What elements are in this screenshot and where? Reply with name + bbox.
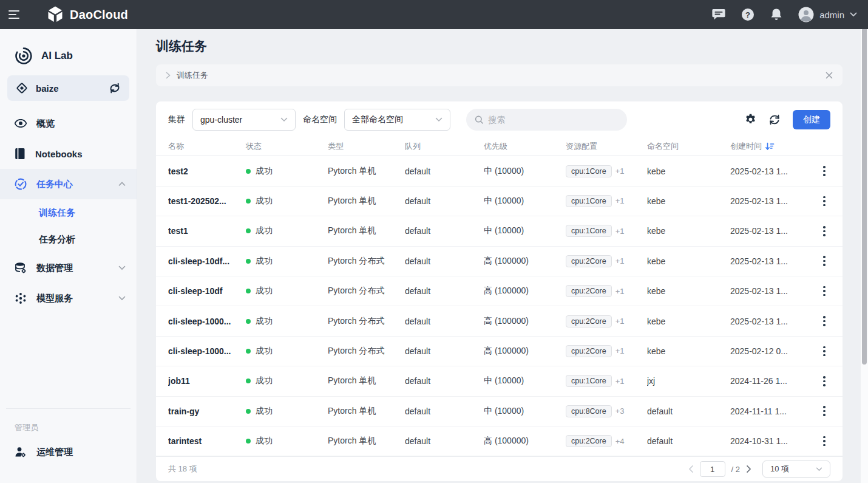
page-size-select[interactable]: 10 项 bbox=[762, 461, 830, 478]
column-header-created[interactable]: 创建时间 bbox=[730, 141, 804, 152]
job-name[interactable]: cli-sleep-1000... bbox=[168, 317, 246, 326]
message-icon[interactable] bbox=[712, 9, 725, 21]
job-name[interactable]: cli-sleep-1000... bbox=[168, 346, 246, 356]
row-actions-kebab-icon[interactable] bbox=[818, 194, 830, 209]
row-actions-kebab-icon[interactable] bbox=[818, 403, 830, 419]
resource-badge: cpu:2Core bbox=[566, 315, 612, 327]
resource-extra-count[interactable]: +4 bbox=[615, 437, 625, 446]
row-actions-kebab-icon[interactable] bbox=[818, 163, 830, 179]
sidebar-item-model-services[interactable]: 模型服务 bbox=[0, 283, 137, 313]
breadcrumb: 训练任务 bbox=[156, 64, 843, 86]
column-header-queue[interactable]: 队列 bbox=[405, 141, 484, 152]
scrollbar-thumb[interactable] bbox=[862, 6, 867, 365]
job-namespace: default bbox=[647, 436, 730, 446]
switch-workspace-icon[interactable] bbox=[109, 83, 121, 94]
job-name[interactable]: tarintest bbox=[168, 436, 246, 446]
resource-extra-count[interactable]: +1 bbox=[615, 317, 625, 326]
job-name[interactable]: test1 bbox=[168, 226, 246, 236]
row-actions-kebab-icon[interactable] bbox=[818, 253, 830, 269]
settings-gear-icon[interactable] bbox=[745, 114, 756, 125]
page-number-input[interactable] bbox=[700, 461, 725, 477]
model-service-icon bbox=[15, 292, 27, 304]
search-input[interactable] bbox=[488, 115, 619, 125]
brand-name: DaoCloud bbox=[70, 8, 128, 22]
resource-extra-count[interactable]: +1 bbox=[615, 227, 625, 236]
job-queue: default bbox=[405, 166, 484, 176]
job-resources: cpu:1Core +1 bbox=[566, 375, 647, 387]
status-dot-icon bbox=[246, 319, 251, 324]
table-row[interactable]: cli-sleep-10df 成功 Pytorch 分布式 default 高 … bbox=[156, 276, 843, 306]
row-actions-kebab-icon[interactable] bbox=[818, 374, 830, 389]
column-header-name[interactable]: 名称 bbox=[168, 141, 246, 152]
hamburger-menu-icon[interactable] bbox=[8, 10, 22, 19]
table-row[interactable]: cli-sleep-1000... 成功 Pytorch 分布式 default… bbox=[156, 306, 843, 336]
table-row[interactable]: cli-sleep-1000... 成功 Pytorch 分布式 default… bbox=[156, 337, 843, 366]
column-header-type[interactable]: 类型 bbox=[328, 141, 405, 152]
column-header-status[interactable]: 状态 bbox=[246, 141, 328, 152]
resource-badge: cpu:2Core bbox=[566, 255, 612, 267]
sidebar-subitem-job-analysis[interactable]: 任务分析 bbox=[0, 226, 137, 253]
table-row[interactable]: train-gy 成功 Pytorch 单机 default 中 (10000)… bbox=[156, 397, 843, 426]
table-body: test2 成功 Pytorch 单机 default 中 (10000) cp… bbox=[156, 156, 843, 456]
job-queue: default bbox=[405, 376, 484, 386]
resource-badge: cpu:1Core bbox=[566, 165, 612, 177]
table-row[interactable]: job11 成功 Pytorch 单机 default 中 (10000) cp… bbox=[156, 366, 843, 396]
job-name[interactable]: test2 bbox=[168, 166, 246, 176]
table-row[interactable]: tarintest 成功 Pytorch 单机 default 高 (10000… bbox=[156, 426, 843, 456]
cluster-select[interactable]: gpu-cluster bbox=[192, 109, 296, 131]
job-name[interactable]: train-gy bbox=[168, 406, 246, 416]
close-icon[interactable] bbox=[826, 72, 833, 79]
resource-extra-count[interactable]: +1 bbox=[615, 256, 625, 265]
sidebar-subitem-training-jobs[interactable]: 训练任务 bbox=[0, 199, 137, 226]
job-name[interactable]: job11 bbox=[168, 376, 246, 386]
row-actions-kebab-icon[interactable] bbox=[818, 284, 830, 299]
job-created-time: 2024-10-31 1... bbox=[730, 436, 804, 446]
sidebar-item-data-management[interactable]: 数据管理 bbox=[0, 253, 137, 283]
resource-extra-count[interactable]: +1 bbox=[615, 287, 625, 296]
resource-extra-count[interactable]: +1 bbox=[615, 196, 625, 205]
notification-bell-icon[interactable] bbox=[770, 8, 782, 21]
resource-extra-count[interactable]: +1 bbox=[615, 346, 625, 355]
chevron-down-icon bbox=[850, 12, 857, 17]
status-dot-icon bbox=[246, 439, 251, 444]
sidebar-item-ops-management[interactable]: 运维管理 bbox=[0, 437, 137, 467]
create-button[interactable]: 创建 bbox=[793, 110, 830, 129]
job-type: Pytorch 分布式 bbox=[328, 286, 405, 296]
resource-extra-count[interactable]: +1 bbox=[615, 166, 625, 176]
workspace-selector[interactable]: baize bbox=[7, 75, 129, 101]
table-row[interactable]: test1-202502... 成功 Pytorch 单机 default 中 … bbox=[156, 187, 843, 216]
column-header-priority[interactable]: 优先级 bbox=[484, 141, 566, 152]
chevron-down-icon bbox=[816, 467, 822, 471]
row-actions-kebab-icon[interactable] bbox=[818, 313, 830, 329]
refresh-icon[interactable] bbox=[768, 114, 781, 126]
resource-extra-count[interactable]: +1 bbox=[615, 377, 625, 386]
next-page-icon[interactable] bbox=[746, 465, 751, 473]
sidebar-item-label: 运维管理 bbox=[36, 447, 126, 458]
table-row[interactable]: test1 成功 Pytorch 单机 default 中 (10000) cp… bbox=[156, 216, 843, 246]
job-name[interactable]: cli-sleep-10df... bbox=[168, 256, 246, 266]
namespace-select[interactable]: 全部命名空间 bbox=[344, 109, 450, 131]
job-name[interactable]: test1-202502... bbox=[168, 196, 246, 206]
sort-descending-icon[interactable] bbox=[765, 142, 775, 151]
product-header: AI Lab bbox=[0, 29, 137, 68]
cluster-value: gpu-cluster bbox=[200, 115, 280, 125]
resource-badge: cpu:1Core bbox=[566, 225, 612, 237]
page-total: / 2 bbox=[731, 465, 740, 474]
column-header-namespace[interactable]: 命名空间 bbox=[647, 141, 730, 152]
table-row[interactable]: test2 成功 Pytorch 单机 default 中 (10000) cp… bbox=[156, 156, 843, 186]
table-row[interactable]: cli-sleep-10df... 成功 Pytorch 分布式 default… bbox=[156, 247, 843, 276]
sidebar-item-task-center[interactable]: 任务中心 bbox=[0, 169, 137, 199]
sidebar-item-notebooks[interactable]: Notebooks bbox=[0, 139, 137, 169]
prev-page-icon[interactable] bbox=[688, 465, 694, 473]
help-icon[interactable]: ? bbox=[741, 8, 754, 21]
sidebar-item-label: 任务中心 bbox=[36, 179, 109, 190]
chevron-up-icon bbox=[118, 182, 126, 187]
row-actions-kebab-icon[interactable] bbox=[818, 344, 830, 359]
column-header-resources[interactable]: 资源配置 bbox=[566, 141, 647, 152]
resource-extra-count[interactable]: +3 bbox=[615, 406, 625, 416]
sidebar-item-overview[interactable]: 概览 bbox=[0, 108, 137, 139]
row-actions-kebab-icon[interactable] bbox=[818, 434, 830, 449]
row-actions-kebab-icon[interactable] bbox=[818, 224, 830, 239]
job-name[interactable]: cli-sleep-10df bbox=[168, 286, 246, 296]
user-menu[interactable]: admin bbox=[798, 7, 857, 22]
